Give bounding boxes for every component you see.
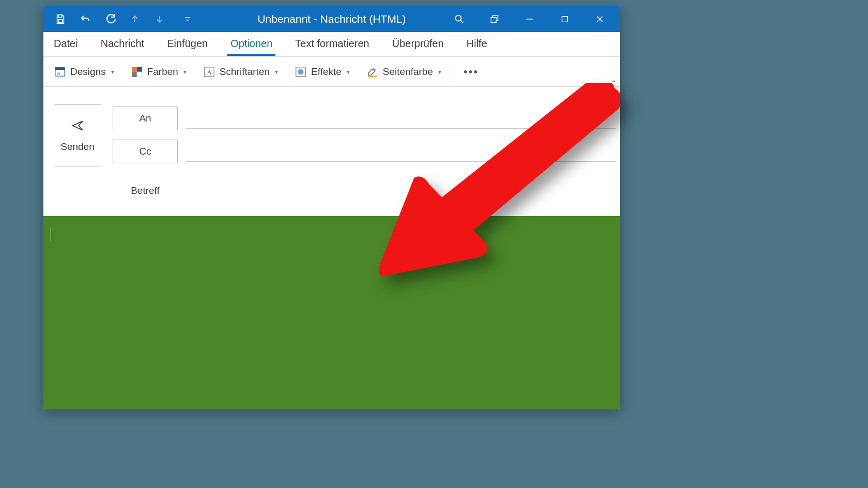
page-color-icon [366, 66, 379, 78]
tab-options[interactable]: Optionen [227, 33, 275, 56]
ribbon-options-group: A Designs ▾ Farben ▾ A Schriftarten ▾ Ef… [43, 57, 620, 87]
titlebar: Unbenannt - Nachricht (HTML) [43, 6, 620, 32]
colors-icon [131, 66, 143, 78]
subject-input[interactable] [186, 180, 616, 201]
svg-rect-9 [132, 72, 137, 77]
chevron-down-icon: ▾ [111, 68, 114, 75]
fonts-label: Schriftarten [220, 66, 270, 78]
svg-rect-15 [368, 75, 377, 77]
quick-access-toolbar [43, 11, 195, 27]
svg-rect-0 [58, 20, 62, 22]
send-icon [69, 119, 86, 135]
tab-review[interactable]: Überprüfen [389, 33, 447, 56]
send-label: Senden [60, 141, 95, 152]
collapse-ribbon-icon[interactable]: ⌃ [611, 79, 617, 87]
fonts-button[interactable]: A Schriftarten ▾ [199, 64, 282, 80]
svg-point-1 [456, 16, 461, 21]
page-color-button[interactable]: Seitenfarbe ▾ [362, 64, 445, 80]
arrow-down-icon[interactable] [152, 11, 167, 27]
colors-button[interactable]: Farben ▾ [127, 64, 191, 80]
fonts-icon: A [203, 66, 215, 78]
tab-help[interactable]: Hilfe [463, 33, 490, 56]
svg-text:A: A [207, 68, 212, 75]
effects-button[interactable]: Effekte ▾ [290, 64, 354, 80]
chevron-down-icon: ▾ [347, 68, 350, 75]
svg-point-14 [298, 69, 304, 74]
colors-label: Farben [147, 66, 178, 78]
compose-header: Senden An Cc Betreff [43, 87, 620, 205]
designs-button[interactable]: A Designs ▾ [50, 64, 118, 80]
cc-button[interactable]: Cc [113, 140, 178, 163]
redo-icon[interactable] [102, 11, 118, 27]
designs-label: Designs [70, 66, 106, 78]
minimize-icon[interactable] [522, 11, 537, 27]
chevron-down-icon: ▾ [275, 68, 278, 75]
subject-row: Betreff [113, 177, 616, 205]
compose-fields: An Cc Betreff [113, 104, 616, 205]
to-row: An [113, 104, 616, 132]
tab-format-text[interactable]: Text formatieren [292, 33, 372, 56]
svg-text:A: A [57, 70, 61, 75]
ribbon-separator [455, 63, 455, 81]
tab-insert[interactable]: Einfügen [164, 33, 211, 56]
maximize-icon[interactable] [557, 11, 572, 27]
svg-rect-8 [137, 67, 142, 72]
restore-window-icon[interactable] [487, 11, 502, 27]
mail-body-editor[interactable] [43, 216, 620, 409]
outlook-compose-window: Unbenannt - Nachricht (HTML) [43, 6, 620, 409]
tab-file[interactable]: Datei [51, 33, 81, 56]
designs-icon: A [54, 66, 66, 78]
text-caret [51, 227, 51, 241]
chevron-down-icon: ▾ [183, 68, 187, 75]
subject-label: Betreff [113, 185, 178, 196]
cc-row: Cc [113, 138, 616, 165]
close-icon[interactable] [592, 11, 608, 27]
undo-icon[interactable] [78, 11, 93, 27]
svg-rect-10 [137, 72, 142, 77]
search-icon[interactable] [452, 11, 467, 27]
svg-rect-2 [491, 18, 496, 23]
arrow-up-icon[interactable] [127, 11, 143, 27]
to-button[interactable]: An [113, 106, 178, 130]
send-button[interactable]: Senden [54, 104, 101, 166]
effects-label: Effekte [311, 66, 342, 78]
svg-rect-5 [55, 67, 65, 70]
window-controls [452, 11, 620, 27]
to-label: An [139, 113, 151, 124]
svg-rect-3 [562, 17, 568, 22]
chevron-down-icon: ▾ [438, 68, 441, 75]
cc-input[interactable] [186, 141, 616, 162]
page-color-label: Seitenfarbe [383, 66, 433, 78]
window-title: Unbenannt - Nachricht (HTML) [257, 13, 406, 25]
save-icon[interactable] [53, 11, 68, 27]
effects-icon [295, 66, 307, 78]
svg-rect-7 [132, 67, 137, 72]
qat-customize-icon[interactable] [180, 11, 195, 27]
to-input[interactable] [186, 108, 616, 129]
more-commands-icon[interactable]: ••• [460, 65, 482, 79]
ribbon-tabs: Datei Nachricht Einfügen Optionen Text f… [43, 32, 620, 57]
tab-message[interactable]: Nachricht [98, 33, 147, 56]
cc-label: Cc [139, 146, 151, 157]
